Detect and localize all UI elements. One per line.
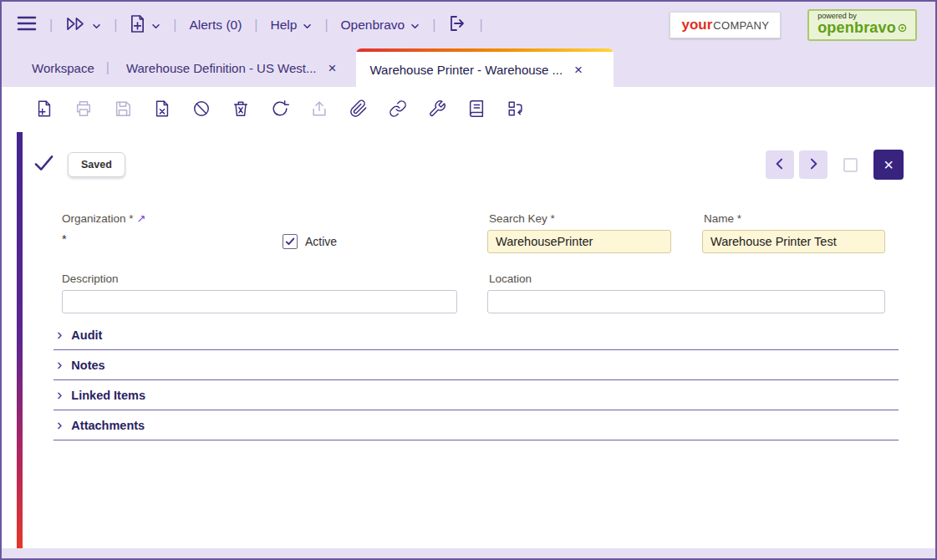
previous-record-button[interactable] — [766, 150, 794, 179]
powered-by-openbravo-logo: powered by openbravo — [807, 9, 917, 41]
tab-workspace[interactable]: Workspace — [32, 61, 94, 75]
separator: | — [432, 18, 435, 33]
delete-button[interactable] — [229, 99, 252, 121]
print-icon — [74, 99, 93, 120]
description-input[interactable] — [62, 290, 457, 313]
tabbar: Workspace | Warehouse Definition - US We… — [2, 48, 935, 87]
organization-label: Organization *↗ — [62, 212, 145, 225]
export-icon — [310, 99, 328, 120]
record-navigation: × — [766, 150, 904, 180]
separator: | — [114, 18, 117, 33]
new-record-button[interactable] — [33, 99, 55, 121]
saved-status-button[interactable]: Saved — [68, 152, 125, 177]
search-key-label: Search Key * — [489, 212, 555, 225]
separator: | — [324, 18, 328, 33]
section-attachments[interactable]: › Attachments — [53, 410, 899, 440]
chevron-left-icon — [771, 155, 788, 175]
chevron-down-icon — [410, 18, 420, 33]
active-field: Active — [283, 234, 337, 249]
chevron-down-icon — [303, 18, 312, 33]
hamburger-menu-icon — [17, 16, 37, 34]
fast-forward-icon — [65, 17, 86, 34]
yourcompany-logo-your: your — [681, 17, 712, 33]
tree-view-button[interactable] — [504, 99, 527, 121]
openbravo-menu-button[interactable]: Openbravo — [341, 18, 420, 33]
alerts-button[interactable]: Alerts (0) — [189, 18, 242, 33]
organization-value[interactable]: * — [62, 232, 67, 246]
discard-icon — [153, 99, 171, 120]
form-status-bar: Saved × — [33, 149, 904, 181]
cancel-button[interactable] — [190, 99, 212, 121]
new-record-icon — [35, 99, 53, 120]
openbravo-brand-label: openbravo — [817, 20, 907, 36]
logout-button[interactable] — [448, 14, 466, 36]
topbar: | | | Alerts (0) | Help | — [2, 2, 935, 48]
separator: | — [106, 60, 109, 75]
quick-launch-button[interactable] — [65, 17, 101, 34]
tab-label: Warehouse Printer - Warehouse ... — [369, 63, 563, 77]
help-menu-label: Help — [271, 18, 298, 33]
section-linked-items[interactable]: › Linked Items — [53, 380, 899, 410]
new-document-icon — [130, 14, 145, 37]
active-tab-body: Warehouse Printer - Warehouse ... × — [356, 52, 614, 87]
location-label: Location — [489, 272, 532, 285]
toolbar — [2, 87, 935, 132]
process-wrench-icon — [428, 99, 446, 120]
logout-icon — [448, 14, 466, 36]
window-bottom-strip — [2, 548, 935, 558]
tab-label: Warehouse Definition - US West... — [126, 61, 317, 75]
active-checkbox[interactable] — [283, 234, 298, 249]
chevron-right-icon: › — [57, 416, 62, 432]
print-button[interactable] — [72, 99, 94, 121]
delete-icon — [232, 99, 250, 120]
refresh-icon — [271, 99, 289, 120]
chevron-right-icon: › — [57, 386, 62, 402]
attachment-button[interactable] — [347, 99, 369, 121]
next-record-button[interactable] — [799, 150, 828, 179]
chevron-down-icon — [151, 18, 160, 33]
description-label: Description — [62, 272, 119, 285]
help-menu-button[interactable]: Help — [271, 18, 313, 33]
tab-warehouse-definition[interactable]: Warehouse Definition - US West... × — [121, 48, 342, 87]
chevron-right-icon — [805, 155, 822, 175]
section-accent-bar — [17, 132, 23, 548]
location-input[interactable] — [487, 290, 885, 313]
discard-changes-button[interactable] — [150, 99, 173, 121]
export-button[interactable] — [308, 99, 330, 121]
maximize-button[interactable] — [843, 158, 858, 172]
tree-view-icon — [507, 99, 525, 120]
section-audit[interactable]: › Audit — [53, 320, 899, 350]
accounting-book-icon — [467, 99, 486, 120]
quick-create-button[interactable] — [130, 14, 160, 37]
cancel-icon — [192, 99, 211, 120]
close-icon[interactable]: × — [574, 63, 583, 77]
tab-warehouse-printer[interactable]: Warehouse Printer - Warehouse ... × — [356, 48, 614, 87]
chevron-right-icon: › — [57, 356, 62, 372]
separator: | — [173, 18, 176, 33]
name-label: Name * — [704, 212, 741, 225]
active-label: Active — [305, 235, 337, 248]
link-button[interactable] — [386, 99, 409, 121]
topbar-logos: your COMPANY powered by openbravo — [670, 9, 924, 41]
search-key-input[interactable] — [487, 230, 671, 253]
saved-check-icon — [33, 153, 54, 177]
attachment-icon — [349, 99, 368, 120]
collapsible-sections: › Audit › Notes › Linked Items › Attachm… — [53, 320, 899, 440]
organization-link-icon[interactable]: ↗ — [137, 212, 146, 225]
separator: | — [254, 18, 257, 33]
form-view: Saved × Organization *↗ * Active Search … — [2, 132, 935, 548]
process-button[interactable] — [425, 99, 448, 121]
hamburger-menu-button[interactable] — [17, 16, 37, 34]
openbravo-window: | | | Alerts (0) | Help | — [0, 0, 937, 560]
separator: | — [479, 18, 482, 33]
close-icon[interactable]: × — [328, 61, 337, 75]
name-input[interactable] — [702, 230, 885, 253]
openbravo-swirl-icon — [898, 20, 907, 36]
section-notes[interactable]: › Notes — [53, 350, 899, 380]
save-button[interactable] — [111, 99, 134, 121]
refresh-button[interactable] — [268, 99, 291, 121]
accounting-button[interactable] — [465, 99, 487, 121]
close-form-button[interactable]: × — [873, 150, 904, 180]
chevron-down-icon — [92, 18, 101, 33]
openbravo-menu-label: Openbravo — [341, 18, 405, 33]
